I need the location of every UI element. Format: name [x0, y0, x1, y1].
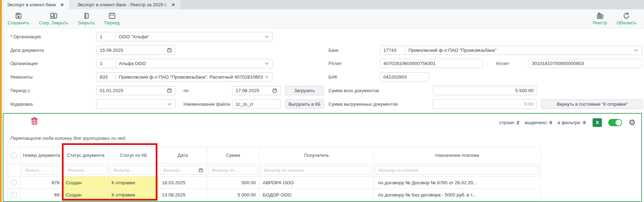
filename-value: 1c_to_cl: [233, 102, 280, 107]
sum-all-input[interactable]: 5 500.00: [433, 86, 537, 95]
bank-label: Банк: [328, 46, 339, 55]
chevron-down-icon[interactable]: [265, 76, 269, 78]
refresh-label: Обновить: [617, 21, 636, 25]
calendar-icon[interactable]: [198, 168, 203, 173]
cell-purpose: по договору № Договор № 8765 от 26.02.20…: [374, 177, 541, 188]
column-header-date[interactable]: Дата: [158, 147, 207, 164]
calendar-icon[interactable]: [167, 48, 172, 53]
close-icon[interactable]: ✕: [172, 2, 175, 7]
row-checkbox[interactable]: [11, 192, 17, 197]
column-header-status[interactable]: Статус документа: [63, 147, 109, 164]
selected-count-value: 0: [549, 120, 552, 125]
chevron-down-icon[interactable]: [265, 62, 269, 65]
registry-button[interactable]: Реестр: [593, 11, 607, 25]
rows-count-label: строки:: [499, 120, 515, 125]
save-label: Сохранить: [8, 21, 29, 25]
filter-cell-sum: [207, 164, 259, 176]
filter-input-sum[interactable]: [209, 166, 258, 175]
filter-input-status[interactable]: [64, 166, 107, 175]
save-close-label: Сохр. Закрыть: [39, 21, 68, 25]
tab-export-registry[interactable]: Экспорт в клиент-банк - Реестр за 2025 г…: [70, 0, 181, 9]
chevron-down-icon[interactable]: [168, 103, 171, 105]
chevron-down-icon[interactable]: [265, 35, 269, 38]
tab-label: Экспорт в клиент-банк - Реестр за 2025 г…: [77, 2, 167, 7]
calendar-icon[interactable]: [167, 88, 172, 93]
cell-sum: 5 000.00: [207, 189, 259, 201]
filter-input-number[interactable]: [22, 166, 61, 175]
window-accent-strip: [0, 0, 2, 202]
cell-status: Создан: [63, 189, 109, 201]
filter-toggle[interactable]: [608, 119, 622, 126]
load-button[interactable]: Загрузить: [285, 86, 324, 95]
grid-panel: строки: 2 выделено: 0 в фильтре: 0 X ⚙ П…: [3, 113, 642, 202]
save-button[interactable]: Сохранить: [8, 11, 29, 25]
save-close-button[interactable]: Сохр. Закрыть: [39, 11, 68, 25]
period-to-value: 17.08.2025: [233, 88, 271, 93]
filter-input-kb-status[interactable]: [110, 166, 157, 175]
requisites-combo[interactable]: 833 Приволжский ф-л ПАО "Промсвязьбанк",…: [96, 72, 273, 82]
ks-value: 30101810700000000803: [529, 61, 642, 66]
column-header-kb-status[interactable]: Статус по КБ: [109, 147, 158, 164]
period-to-label: по:: [184, 86, 190, 95]
header-checkbox-cell: [7, 147, 21, 164]
cell-purpose: по договору № Без договора - 5000 руб.,в…: [374, 189, 541, 201]
encoding-label: Кодировка: [10, 99, 33, 109]
doc-date-label: Дата документа: [10, 46, 44, 55]
select-all-checkbox[interactable]: [11, 153, 17, 158]
gear-icon[interactable]: ⚙: [628, 119, 636, 127]
cell-sum: 500.00: [207, 177, 259, 188]
org2-code: 1: [97, 59, 116, 68]
filter-input-recipient[interactable]: [261, 166, 372, 175]
close-icon[interactable]: ✕: [60, 2, 64, 7]
org-main-label: * Организация:: [10, 32, 42, 41]
calendar-icon[interactable]: [272, 88, 277, 93]
toolbar: Сохранить Сохр. Закрыть: [0, 9, 644, 29]
close-button[interactable]: Закрыть: [78, 11, 95, 25]
return-to-send-button[interactable]: Вернуть в состояние "К отправке": [541, 99, 643, 109]
documents-table: Номер документа Статус документа Статус …: [7, 147, 541, 201]
filter-cell-kb-status: [109, 164, 158, 176]
bik-label: БИК: [328, 72, 337, 82]
filename-input[interactable]: 1c_to_cl: [232, 99, 281, 109]
refresh-button[interactable]: Обновить: [617, 11, 636, 25]
filter-input-purpose[interactable]: [375, 166, 539, 175]
org2-combo[interactable]: 1 Альфа ООО: [96, 59, 273, 68]
upload-kb-button[interactable]: Выгрузить в КБ: [285, 99, 324, 109]
column-header-purpose[interactable]: Назначение платежа: [374, 147, 541, 164]
excel-export-button[interactable]: X: [593, 118, 602, 127]
period-button[interactable]: Период: [104, 11, 120, 25]
column-header-number[interactable]: Номер документа: [21, 147, 63, 164]
cell-date: 18.03.2025: [158, 177, 207, 188]
tab-export[interactable]: Экспорт в клиент-банк ✕: [0, 0, 70, 9]
filter-cell-status: [63, 164, 109, 176]
row-checkbox[interactable]: [11, 180, 17, 185]
column-header-recipient[interactable]: Получатель: [259, 147, 374, 164]
tab-label: Экспорт в клиент-банк: [7, 2, 56, 7]
registry-icon: [596, 11, 604, 20]
sum-uploaded-input[interactable]: 0.00: [433, 99, 537, 109]
filter-cell-number: [21, 164, 63, 176]
cell-kb-status: К отправке: [109, 189, 158, 201]
filter-input-date[interactable]: [160, 167, 198, 174]
period-to-input[interactable]: 17.08.2025: [232, 86, 281, 95]
period-from-input[interactable]: 01.01.2025: [96, 86, 176, 95]
ks-label: К/счет: [496, 59, 509, 68]
ks-input[interactable]: 30101810700000000803: [528, 59, 642, 68]
org-main-combo[interactable]: 1 ООО "Альфа": [96, 32, 273, 41]
delete-button[interactable]: [31, 116, 38, 127]
bank-combo[interactable]: 17743 Приволжский ф-л ПАО "Промсвязьбанк…: [380, 46, 642, 55]
filter-cell-date: [158, 164, 207, 176]
rs-label: Р/счет: [328, 59, 342, 68]
requisites-value: Приволжский ф-л ПАО "Промсвязьбанк", Рас…: [116, 74, 263, 80]
rs-input[interactable]: 40702810603000756301: [380, 59, 483, 68]
column-header-sum[interactable]: Сумма: [207, 147, 259, 164]
table-row[interactable]: 69 Создан К отправке 13.08.2025 5 000.00…: [7, 189, 541, 201]
encoding-select[interactable]: [96, 99, 176, 109]
table-row[interactable]: 678 Создан К отправке 18.03.2025 500.00 …: [7, 177, 541, 189]
chevron-down-icon[interactable]: [634, 49, 638, 51]
doc-date-input[interactable]: 15.08.2025: [96, 46, 176, 55]
org2-label: Организация: [10, 59, 38, 68]
calendar-icon: [108, 11, 116, 20]
bik-input[interactable]: 042202803: [380, 72, 429, 82]
tab-bar: Экспорт в клиент-банк ✕ Экспорт в клиент…: [0, 0, 644, 9]
